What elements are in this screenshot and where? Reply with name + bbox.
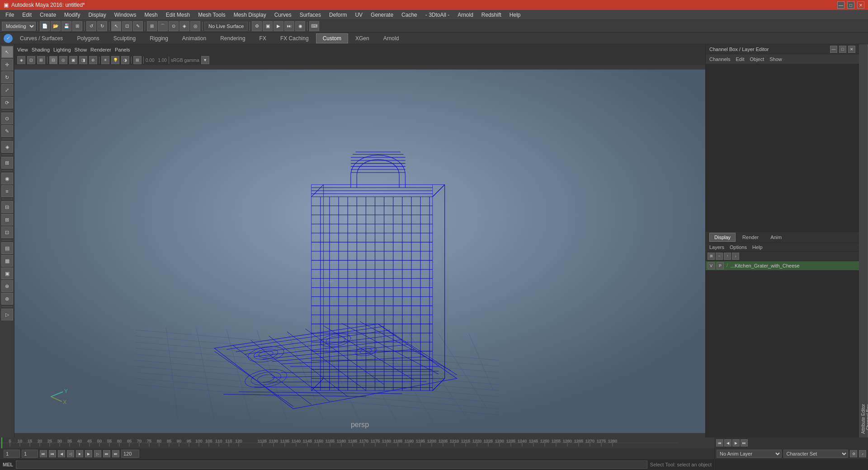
menu-mesh-tools[interactable]: Mesh Tools <box>194 11 229 19</box>
scale-tool-lt[interactable]: ⤢ <box>1 84 13 96</box>
rp-minimize-btn[interactable]: — <box>830 46 837 53</box>
start-frame-input[interactable] <box>4 450 20 458</box>
tab-sculpting[interactable]: Sculpting <box>107 33 142 43</box>
layer-up-btn[interactable]: ↑ <box>724 253 731 260</box>
tl-next-key-btn[interactable]: ⏭ <box>741 439 748 446</box>
render-cam-button[interactable]: ◉ <box>295 21 305 31</box>
menu-arnold[interactable]: Arnold <box>454 11 477 19</box>
snap-curve-button[interactable]: ⌒ <box>158 21 168 31</box>
layer-visibility-btn[interactable]: V <box>708 262 715 269</box>
attribute-editor-tab[interactable]: Attribute Editor Channel Box <box>859 44 868 437</box>
tab-anim[interactable]: Anim <box>765 233 787 242</box>
new-scene-button[interactable]: 📄 <box>40 21 50 31</box>
pb-next-frame-btn[interactable]: ▷ <box>94 450 101 457</box>
select-tool-lt[interactable]: ↖ <box>1 46 13 58</box>
vp-res-btn[interactable]: ⊞ <box>37 56 45 64</box>
viewport-canvas[interactable]: persp Y X <box>14 65 705 437</box>
vp-shaded-btn[interactable]: ◨ <box>79 56 87 64</box>
vp-colorspace-arrow[interactable]: ▼ <box>201 56 209 64</box>
render-button[interactable]: ▶ <box>274 21 283 31</box>
tab-display[interactable]: Display <box>709 233 736 242</box>
menu-redshift[interactable]: Redshift <box>478 11 505 19</box>
layer-down-btn[interactable]: ↓ <box>732 253 739 260</box>
vp-tex-btn[interactable]: ⊛ <box>89 56 97 64</box>
tab-xgen[interactable]: XGen <box>349 33 376 43</box>
menu-help[interactable]: Help <box>506 11 524 19</box>
snap-live-button[interactable]: ◎ <box>190 21 200 31</box>
last-tool-lt[interactable]: ⟳ <box>1 97 13 108</box>
ch-tab-channels[interactable]: Channels <box>709 56 730 62</box>
rotate-tool-lt[interactable]: ↻ <box>1 71 13 83</box>
menu-cache[interactable]: Cache <box>398 11 421 19</box>
select-tool-button[interactable]: ↖ <box>111 21 121 31</box>
timeline[interactable]: 5 10 15 20 25 30 35 40 45 50 55 60 65 70 <box>0 437 714 448</box>
menu-edit[interactable]: Edit <box>19 11 35 19</box>
tool2-lt[interactable]: ▦ <box>1 255 13 267</box>
menu-mesh[interactable]: Mesh <box>141 11 161 19</box>
vp-menu-view[interactable]: View <box>17 47 28 52</box>
lasso-select-button[interactable]: ⊡ <box>122 21 132 31</box>
vp-film-btn[interactable]: ⊡ <box>27 56 35 64</box>
tool5-lt[interactable]: ⊗ <box>1 293 13 305</box>
anim-layer-select[interactable]: No Anim Layer <box>717 450 782 458</box>
vp-flat-btn[interactable]: ▣ <box>69 56 77 64</box>
vp-light1-btn[interactable]: ☀ <box>101 56 109 64</box>
tab-rendering[interactable]: Rendering <box>213 33 252 43</box>
menu-file[interactable]: File <box>2 11 18 19</box>
menu-curves[interactable]: Curves <box>271 11 295 19</box>
tab-curves-surfaces[interactable]: Curves / Surfaces <box>13 33 70 43</box>
tl-prev-key-btn[interactable]: ⏮ <box>716 439 723 446</box>
vp-wire-btn[interactable]: ⊟ <box>49 56 57 64</box>
tool6-lt[interactable]: ▷ <box>1 309 13 320</box>
subtab-help[interactable]: Help <box>752 244 763 250</box>
grid-lt[interactable]: ⊞ <box>1 157 13 169</box>
vp-menu-lighting[interactable]: Lighting <box>53 47 71 52</box>
snap-point-button[interactable]: ⊙ <box>169 21 179 31</box>
snap-grid-button[interactable]: ⊞ <box>147 21 157 31</box>
pb-skip-end-btn[interactable]: ⏭ <box>112 450 119 457</box>
vp-light2-btn[interactable]: 💡 <box>111 56 119 64</box>
menu-uv[interactable]: UV <box>351 11 366 19</box>
pb-prev-key-btn[interactable]: ⏮ <box>49 450 56 457</box>
vp-menu-panels[interactable]: Panels <box>115 47 130 52</box>
soft-select-lt[interactable]: ⊙ <box>1 113 13 124</box>
layer3-lt[interactable]: ⊡ <box>1 226 13 238</box>
menu-surfaces[interactable]: Surfaces <box>296 11 325 19</box>
tl-prev-frame-btn[interactable]: ◀ <box>724 439 731 446</box>
rp-expand-btn[interactable]: □ <box>839 46 846 53</box>
close-button[interactable]: ✕ <box>857 1 864 9</box>
open-scene-button[interactable]: 📂 <box>51 21 61 31</box>
vp-shad-btn[interactable]: ◑ <box>121 56 129 64</box>
pb-play-fwd-btn[interactable]: ▶ <box>85 450 92 457</box>
layer-new-btn[interactable]: ⊞ <box>708 253 715 260</box>
paint-select-lt[interactable]: ✎ <box>1 125 13 137</box>
layer1-lt[interactable]: ⊟ <box>1 201 13 213</box>
pb-play-back-btn[interactable]: ◁ <box>67 450 74 457</box>
tl-next-frame-btn[interactable]: ▶ <box>732 439 740 446</box>
snap-points-lt[interactable]: ◉ <box>1 173 13 184</box>
move-tool-lt[interactable]: ✛ <box>1 59 13 70</box>
tab-arnold-workflow[interactable]: Arnold <box>377 33 406 43</box>
ch-tab-edit[interactable]: Edit <box>736 56 744 62</box>
menu-deform[interactable]: Deform <box>326 11 350 19</box>
layer2-lt[interactable]: ⊞ <box>1 214 13 226</box>
rp-close-btn[interactable]: ✕ <box>848 46 855 53</box>
menu-3dtall[interactable]: - 3DtoAll - <box>422 11 453 19</box>
render-seq-button[interactable]: ⏭ <box>284 21 294 31</box>
menu-create[interactable]: Create <box>36 11 60 19</box>
vp-grid-btn[interactable]: ⊞ <box>133 56 142 64</box>
menu-display[interactable]: Display <box>85 11 109 19</box>
subtab-options[interactable]: Options <box>730 244 747 250</box>
paint-select-button[interactable]: ✎ <box>133 21 143 31</box>
menu-modify[interactable]: Modify <box>61 11 84 19</box>
channel-box-lt[interactable]: ≡ <box>1 185 13 197</box>
vp-menu-shading[interactable]: Shading <box>32 47 50 52</box>
input-line-button[interactable]: ⌨ <box>309 21 319 31</box>
pb-settings-btn[interactable]: ⚙ <box>850 450 857 457</box>
vp-camera-btn[interactable]: ◈ <box>17 56 25 64</box>
pb-skip-start-btn[interactable]: ⏭ <box>40 450 47 457</box>
tool1-lt[interactable]: ▤ <box>1 242 13 254</box>
layer-del-btn[interactable]: − <box>716 253 723 260</box>
current-frame-input[interactable] <box>22 450 38 458</box>
redo-button[interactable]: ↻ <box>97 21 107 31</box>
